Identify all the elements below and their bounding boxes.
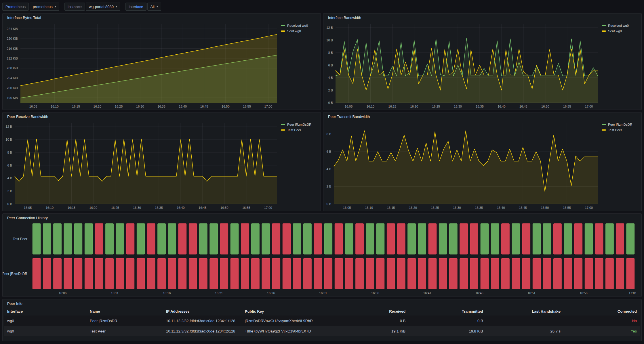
status-bar (126, 258, 134, 289)
svg-text:16:21: 16:21 (215, 291, 223, 295)
series-swatch (602, 124, 606, 125)
svg-text:16:35: 16:35 (155, 206, 163, 209)
status-bar (304, 223, 312, 254)
series-label: Test Peer (608, 128, 622, 132)
status-bar (356, 223, 364, 254)
svg-text:4 B: 4 B (326, 167, 331, 171)
legend-item-test-peer[interactable]: Test Peer (602, 128, 639, 132)
peer_receive-svg: 16:0516:1016:1516:2016:2516:3016:3516:40… (3, 120, 280, 211)
interface-select[interactable]: All ▾ (147, 3, 161, 11)
svg-text:16:25: 16:25 (111, 206, 119, 209)
status-bar (74, 258, 82, 289)
legend-item-peer-jrzmdsdr[interactable]: Peer jRzmDsDR (281, 123, 318, 126)
series-label: Received wg0 (287, 24, 308, 27)
cell-ip-addresses: 10.11.12.2/32,fdfd:d3ad:c0de:1234::1/128 (163, 316, 242, 326)
status-bar (345, 258, 353, 289)
svg-text:16:45: 16:45 (200, 105, 208, 108)
dashboard-variables-bar: Prometheus prometheus ▾ Instance wg-port… (2, 2, 642, 11)
column-header-received[interactable]: Received (331, 307, 408, 316)
status-bar (543, 223, 551, 254)
status-bar (366, 223, 374, 254)
status-bar (626, 258, 635, 289)
svg-text:16:40: 16:40 (498, 105, 506, 108)
svg-text:16:45: 16:45 (199, 206, 207, 209)
column-header-public-key[interactable]: Public Key (242, 307, 331, 316)
panel-interface-bytes-total: Interface Bytes Total 16:0516:1016:1516:… (2, 13, 321, 110)
svg-text:16:05: 16:05 (29, 105, 37, 108)
interface-label: Interface (125, 3, 146, 11)
svg-text:16:40: 16:40 (177, 206, 185, 209)
panel-title-interface-bandwidth[interactable]: Interface Bandwidth (323, 14, 641, 21)
panel-title-peer-transmit-bandwidth[interactable]: Peer Transmit Bandwidth (323, 112, 641, 120)
status-bar (418, 223, 426, 254)
instance-variable: Instance wg-portal:8080 ▾ (64, 3, 120, 11)
svg-text:10 B: 10 B (5, 138, 12, 141)
status-bar (626, 223, 635, 254)
status-row-label: Peer jRzmDsDR (3, 272, 27, 276)
status-bar (574, 223, 582, 254)
svg-text:196 KiB: 196 KiB (7, 96, 18, 100)
status-bar (324, 223, 332, 254)
svg-text:16:10: 16:10 (46, 206, 54, 209)
column-header-interface[interactable]: Interface (4, 307, 87, 316)
panel-peer-receive-bandwidth: Peer Receive Bandwidth 16:0516:1016:1516… (2, 112, 321, 211)
svg-text:220 KiB: 220 KiB (7, 37, 18, 40)
svg-text:16:30: 16:30 (453, 206, 461, 209)
panel-title-peer-info[interactable]: Peer Info (3, 299, 641, 307)
svg-text:16:50: 16:50 (220, 206, 228, 209)
column-header-connected[interactable]: Connected (563, 307, 640, 316)
column-header-name[interactable]: Name (87, 307, 163, 316)
cell-ip-addresses: 10.11.12.3/32,fdfd:d3ad:c0de:1234::2/128 (163, 326, 242, 336)
status-bar (137, 223, 145, 254)
svg-text:16:10: 16:10 (367, 105, 375, 108)
svg-text:16:45: 16:45 (519, 105, 527, 108)
status-bar (533, 258, 541, 289)
column-header-transmitted[interactable]: Transmitted (408, 307, 486, 316)
status-bar (147, 258, 155, 289)
legend-item-sent-wg0[interactable]: Sent wg0 (602, 29, 639, 33)
legend-item-test-peer[interactable]: Test Peer (281, 128, 318, 132)
status-bar (439, 258, 447, 289)
status-bar (376, 223, 384, 254)
status-bar (491, 223, 499, 254)
interface-variable: Interface All ▾ (125, 3, 161, 11)
peer-connection-history-chart[interactable]: Test PeerPeer jRzmDsDR16:0616:1116:1616:… (3, 221, 641, 297)
panel-peer-info: Peer Info InterfaceNameIP AddressesPubli… (2, 299, 642, 341)
panel-title-interface-bytes-total[interactable]: Interface Bytes Total (3, 14, 321, 21)
instance-select[interactable]: wg-portal:8080 ▾ (86, 3, 120, 11)
status-bar (606, 223, 614, 254)
interface-bytes-total-chart[interactable]: 16:0516:1016:1516:2016:2516:3016:3516:40… (3, 21, 280, 110)
legend-item-received-wg0[interactable]: Received wg0 (602, 24, 639, 27)
status-bar (324, 258, 332, 289)
column-header-ip-addresses[interactable]: IP Addresses (163, 307, 242, 316)
interface-bandwidth-chart[interactable]: 16:0516:1016:1516:2016:2516:3016:3516:40… (323, 21, 601, 110)
status-bar (95, 258, 103, 289)
datasource-select[interactable]: prometheus ▾ (30, 3, 59, 11)
chevron-down-icon: ▾ (55, 5, 56, 8)
svg-text:16:40: 16:40 (497, 206, 505, 209)
status-bar (616, 223, 624, 254)
cell-received: 19.1 KiB (331, 326, 408, 336)
legend: Peer jRzmDsDR Test Peer (601, 120, 641, 211)
legend-item-received-wg0[interactable]: Received wg0 (281, 24, 318, 27)
panel-title-peer-connection-history[interactable]: Peer Connection History (3, 214, 641, 221)
status-bar (272, 223, 280, 254)
legend-item-peer-jrzmdsdr[interactable]: Peer jRzmDsDR (602, 123, 639, 126)
panel-title-peer-receive-bandwidth[interactable]: Peer Receive Bandwidth (3, 112, 321, 120)
peer-receive-bandwidth-chart[interactable]: 16:0516:1016:1516:2016:2516:3016:3516:40… (3, 120, 280, 211)
peer-info-table-container: InterfaceNameIP AddressesPublic KeyRecei… (3, 307, 641, 341)
column-header-last-handshake[interactable]: Last Handshake (486, 307, 563, 316)
status-bar (43, 258, 51, 289)
peer-transmit-bandwidth-chart[interactable]: 16:0516:1016:1516:2016:2516:3016:3516:40… (323, 120, 601, 211)
series-label: Peer jRzmDsDR (287, 123, 311, 126)
svg-text:16:55: 16:55 (243, 105, 251, 108)
series-label: Sent wg0 (287, 29, 301, 33)
svg-text:16:20: 16:20 (410, 105, 418, 108)
legend-item-sent-wg0[interactable]: Sent wg0 (281, 29, 318, 33)
status-bar (460, 258, 468, 289)
status-bar (43, 223, 51, 254)
svg-text:16:50: 16:50 (541, 206, 549, 209)
status-bar (262, 258, 270, 289)
status-bar (147, 223, 155, 254)
status-bar (262, 223, 270, 254)
